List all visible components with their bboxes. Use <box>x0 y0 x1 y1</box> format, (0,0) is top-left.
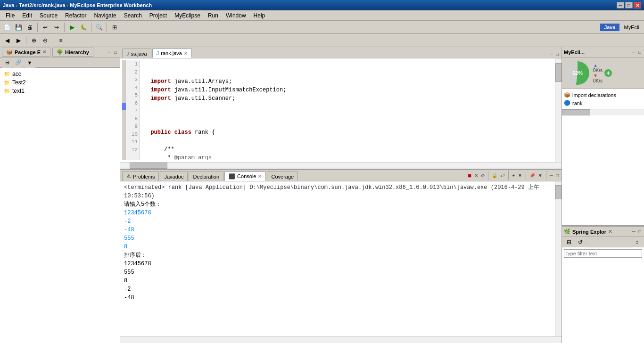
tab-hierarchy[interactable]: 🌳 Hierarchy <box>52 48 93 57</box>
print-button[interactable]: 🖨 <box>25 22 35 33</box>
console-close-icon[interactable]: ✕ <box>258 174 262 179</box>
h-scrollbar-thumb[interactable] <box>130 163 167 169</box>
menu-refactor[interactable]: Refactor <box>61 11 90 20</box>
hierarchy-icon: 🌳 <box>57 49 63 55</box>
spring-collapse-button[interactable]: ⊟ <box>564 237 574 247</box>
bottom-terminate-button[interactable]: ■ <box>467 172 472 180</box>
console-scrollbar-v[interactable] <box>555 181 561 336</box>
editor-max-button[interactable]: □ <box>555 51 560 57</box>
right-panel-scrollbar-h[interactable] <box>562 109 644 115</box>
perspective-button[interactable]: ⊞ <box>109 22 120 33</box>
tab-package-explorer[interactable]: 📦 Package E ✕ <box>2 48 50 57</box>
menu-source[interactable]: Source <box>36 11 61 20</box>
toolbar2-sep-1 <box>26 36 26 45</box>
run-button[interactable]: ▶ <box>67 22 77 33</box>
collapse-all-button[interactable]: ⊟ <box>2 57 12 68</box>
tree-toolbar: ⊟ 🔗 ▼ <box>0 57 120 68</box>
console-content[interactable]: <terminated> rank [Java Application] D:\… <box>120 181 555 336</box>
editor-tab-ss-java[interactable]: J ss.java <box>122 49 151 58</box>
scrollbar-thumb[interactable] <box>555 63 561 82</box>
title-bar-controls[interactable]: ─ □ ✕ <box>617 2 641 8</box>
redo-button[interactable]: ↪ <box>51 22 62 33</box>
right-panel-max-button[interactable]: □ <box>637 49 642 55</box>
console-scrollbar-h[interactable] <box>120 336 561 343</box>
toolbar2-btn2[interactable]: ⊖ <box>40 35 50 46</box>
menu-search[interactable]: Search <box>120 11 146 20</box>
search-button[interactable]: 🔍 <box>94 22 104 33</box>
bottom-min-button[interactable]: ─ <box>549 172 554 179</box>
rank-tab-close[interactable]: ✕ <box>184 51 188 56</box>
package-explorer-close[interactable]: ✕ <box>42 49 46 55</box>
spring-sort-button[interactable]: ↕ <box>632 237 642 247</box>
right-panel-h-thumb[interactable] <box>562 109 590 115</box>
tree-item-text1[interactable]: 📁 text1 <box>0 87 120 95</box>
bottom-scroll-lock-button[interactable]: 🔒 <box>491 172 498 179</box>
tab-declaration[interactable]: Declaration <box>189 172 223 181</box>
toolbar2-btn1[interactable]: ⊕ <box>29 35 39 46</box>
tab-console[interactable]: ⬛ Console ✕ <box>224 172 266 181</box>
maximize-panel-button[interactable]: □ <box>113 49 118 55</box>
bottom-new-console-button[interactable]: + <box>511 172 516 179</box>
menu-window[interactable]: Window <box>222 11 250 20</box>
bottom-sep1 <box>488 171 488 180</box>
editor-tab-rank-java[interactable]: J rank.java ✕ <box>152 49 192 58</box>
undo-button[interactable]: ↩ <box>40 22 50 33</box>
spring-close-icon[interactable]: ✕ <box>608 229 612 234</box>
editor-min-button[interactable]: ─ <box>549 51 554 57</box>
menu-edit[interactable]: Edit <box>18 11 36 20</box>
rank-java-icon: J <box>157 50 159 56</box>
spring-icon: 🌿 <box>564 229 570 235</box>
save-button[interactable]: 💾 <box>13 22 24 33</box>
code-margin <box>122 60 126 160</box>
spring-refresh-button[interactable]: ↺ <box>575 237 586 247</box>
center-area: J ss.java J rank.java ✕ ─ □ <box>120 47 561 343</box>
link-with-editor-button[interactable]: 🔗 <box>13 57 24 68</box>
menu-navigate[interactable]: Navigate <box>90 11 120 20</box>
tree-item-acc[interactable]: 📁 acc <box>0 70 120 78</box>
spring-panel-max-button[interactable]: □ <box>637 229 642 235</box>
editor-scrollbar-h[interactable] <box>120 162 561 169</box>
forward-button[interactable]: ▶ <box>13 35 24 46</box>
menu-help[interactable]: Help <box>250 11 269 20</box>
spring-panel-min-button[interactable]: ─ <box>631 229 636 235</box>
speed-up-value: 0K/s <box>593 68 603 73</box>
tab-coverage[interactable]: Coverage <box>267 172 298 181</box>
close-button[interactable]: ✕ <box>634 2 641 8</box>
bottom-clear-button[interactable]: ⊘ <box>480 172 486 179</box>
right-panel-min-button[interactable]: ─ <box>631 49 636 55</box>
bottom-view-menu-button[interactable]: ▼ <box>537 172 544 179</box>
right-item-import[interactable]: 📦 import declarations <box>564 91 642 99</box>
java-perspective-button[interactable]: Java <box>600 24 619 31</box>
right-item-rank[interactable]: 🔵 rank <box>564 99 642 107</box>
menu-myeclipse[interactable]: MyEclipse <box>171 11 204 20</box>
menu-file[interactable]: File <box>2 11 18 20</box>
spring-filter-input[interactable] <box>564 249 642 258</box>
minimize-panel-button[interactable]: ─ <box>107 49 112 55</box>
minimize-button[interactable]: ─ <box>617 2 624 8</box>
bottom-remove-button[interactable]: ✕ <box>473 172 479 179</box>
toolbar2-btn3[interactable]: ≡ <box>56 35 66 46</box>
tab-javadoc[interactable]: Javadoc <box>160 172 188 181</box>
console-scrollbar-thumb[interactable] <box>555 185 561 199</box>
tab-problems[interactable]: ⚠ Problems <box>122 172 159 181</box>
menu-project[interactable]: Project <box>146 11 171 20</box>
bottom-display-button[interactable]: ▼ <box>517 172 523 179</box>
myeclipse-perspective-button[interactable]: MyEcli <box>621 24 642 31</box>
bottom-max-button[interactable]: □ <box>555 172 560 179</box>
tree-item-test2[interactable]: 📁 Test2 <box>0 78 120 87</box>
debug-button[interactable]: 🐛 <box>78 22 89 33</box>
view-menu-button[interactable]: ▼ <box>25 57 35 68</box>
add-process-button[interactable]: + <box>604 69 612 77</box>
bottom-word-wrap-button[interactable]: ⮐ <box>499 172 506 179</box>
menu-run[interactable]: Run <box>204 11 222 20</box>
new-button[interactable]: 📄 <box>2 22 12 33</box>
code-content[interactable]: import java.util.Arrays; import java.uti… <box>140 60 553 160</box>
bottom-panel-controls: ■ ✕ ⊘ 🔒 ⮐ + ▼ 📌 ▼ ─ □ <box>467 171 560 181</box>
editor-scrollbar-v[interactable] <box>555 58 561 162</box>
back-button[interactable]: ◀ <box>2 35 12 46</box>
maximize-button[interactable]: □ <box>625 2 633 8</box>
code-editor[interactable]: 1 2 3 4 5 6 7 8 9 10 11 12 import java.u… <box>120 58 555 162</box>
bottom-pin-button[interactable]: 📌 <box>528 172 536 179</box>
right-content: 📦 import declarations 🔵 rank <box>562 89 644 109</box>
console-line-10: -2 <box>124 285 551 294</box>
